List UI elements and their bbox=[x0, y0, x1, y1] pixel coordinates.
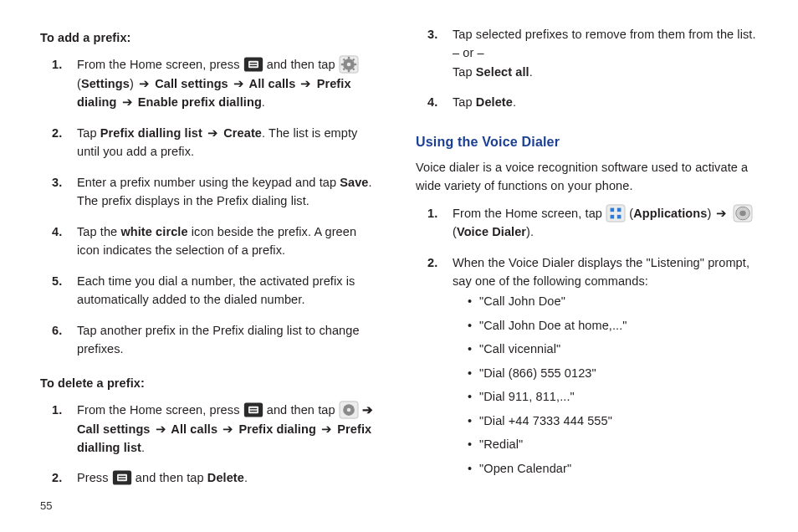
heading-add-prefix: To add a prefix: bbox=[40, 28, 382, 47]
list-item: "Dial (866) 555 0123" bbox=[468, 364, 758, 387]
bullet-text: "Call John Doe at home,..." bbox=[479, 319, 627, 332]
bold-text: Settings bbox=[81, 77, 130, 90]
svg-rect-23 bbox=[117, 474, 127, 482]
svg-rect-9 bbox=[341, 64, 344, 65]
arrow-icon: ➔ bbox=[139, 77, 150, 90]
list-item: From the Home screen, press and then tap… bbox=[65, 401, 382, 468]
bold-text: Applications bbox=[633, 207, 707, 220]
bold-text: Call settings bbox=[151, 77, 232, 90]
svg-rect-10 bbox=[354, 64, 356, 65]
page-number: 55 bbox=[40, 499, 52, 512]
bold-text: All calls bbox=[246, 77, 299, 90]
bullet-text: "Dial 911, 811,..." bbox=[479, 390, 575, 403]
gear-icon bbox=[339, 401, 359, 419]
voice-commands-list: "Call John Doe" "Call John Doe at home,.… bbox=[453, 292, 758, 483]
apps-grid-icon bbox=[606, 204, 626, 223]
bold-text: Enable prefix dialling bbox=[135, 95, 262, 109]
svg-rect-16 bbox=[248, 407, 258, 414]
step-text: and then tap bbox=[136, 471, 207, 484]
step-text: ) bbox=[707, 207, 714, 220]
svg-rect-26 bbox=[606, 205, 625, 222]
right-column: Tap selected prefixes to remove from the… bbox=[416, 25, 758, 499]
menu-key-icon bbox=[243, 55, 263, 74]
columns: To add a prefix: From the Home screen, p… bbox=[40, 25, 758, 499]
bold-text: Call settings bbox=[77, 422, 154, 436]
step-text: Tap another prefix in the Prefix dialing… bbox=[77, 324, 360, 356]
svg-point-6 bbox=[346, 63, 350, 67]
left-column: To add a prefix: From the Home screen, p… bbox=[40, 25, 382, 499]
list-item: "Call John Doe at home,..." bbox=[468, 316, 758, 340]
svg-rect-29 bbox=[611, 214, 615, 218]
step-text: . bbox=[529, 65, 533, 79]
step-text: Tap bbox=[453, 65, 476, 79]
svg-rect-28 bbox=[617, 207, 622, 212]
list-item: "Call John Doe" bbox=[468, 292, 758, 315]
heading-voice-dialer: Using the Voice Dialer bbox=[416, 132, 758, 153]
arrow-icon: ➔ bbox=[122, 95, 133, 109]
step-text: . bbox=[141, 441, 145, 454]
step-text: and then tap bbox=[267, 403, 339, 417]
step-text: When the Voice Dialer displays the "List… bbox=[453, 256, 749, 288]
step-text: Tap bbox=[453, 95, 476, 109]
bold-text: Prefix dialling list bbox=[100, 126, 206, 140]
step-text: – or – bbox=[453, 46, 484, 59]
step-text: . bbox=[513, 95, 516, 109]
bold-text: Delete bbox=[476, 95, 513, 109]
voice-dialer-steps: From the Home screen, tap (Applications)… bbox=[416, 204, 758, 495]
bold-text: white circle bbox=[120, 225, 187, 238]
bold-text: All calls bbox=[168, 422, 221, 436]
svg-rect-1 bbox=[248, 61, 258, 69]
list-item: Tap Delete. bbox=[441, 93, 758, 123]
svg-point-33 bbox=[739, 210, 745, 215]
svg-rect-24 bbox=[118, 476, 125, 477]
list-item: Press and then tap Delete. bbox=[65, 468, 382, 499]
svg-rect-27 bbox=[611, 207, 615, 212]
list-item: Enter a prefix number using the keypad a… bbox=[65, 173, 382, 223]
list-item: "Dial 911, 811,..." bbox=[468, 387, 758, 411]
bold-text: Save bbox=[340, 176, 368, 189]
svg-rect-7 bbox=[348, 57, 350, 59]
list-item: Each time you dial a number, the activat… bbox=[65, 272, 382, 321]
bold-text: ➔ bbox=[362, 403, 373, 417]
bullet-text: "Dial +44 7333 444 555" bbox=[479, 414, 612, 427]
voice-dialer-icon bbox=[733, 204, 753, 223]
step-text: and then tap bbox=[267, 58, 339, 71]
heading-delete-prefix: To delete a prefix: bbox=[40, 374, 382, 392]
list-item: Tap Prefix dialling list ➔ Create. The l… bbox=[65, 124, 382, 173]
add-prefix-steps: From the Home screen, press and then tap… bbox=[40, 55, 382, 370]
svg-rect-3 bbox=[249, 65, 257, 66]
svg-point-21 bbox=[346, 408, 350, 412]
bullet-text: "Redial" bbox=[479, 437, 523, 451]
list-item: "Redial" bbox=[468, 435, 758, 458]
list-item: "Call vicennial" bbox=[468, 340, 758, 363]
step-text: Tap selected prefixes to remove from the… bbox=[453, 28, 756, 41]
gear-icon bbox=[339, 55, 359, 74]
bullet-text: "Call vicennial" bbox=[479, 342, 560, 356]
arrow-icon: ➔ bbox=[300, 77, 311, 90]
svg-rect-30 bbox=[617, 214, 622, 218]
bold-text: Select all bbox=[476, 65, 529, 79]
bullet-text: "Dial (866) 555 0123" bbox=[479, 366, 596, 380]
step-text: Press bbox=[77, 471, 112, 484]
list-item: Tap selected prefixes to remove from the… bbox=[441, 25, 758, 93]
list-item: "Open Calendar" bbox=[468, 459, 758, 483]
menu-key-icon bbox=[243, 401, 263, 419]
delete-prefix-steps: From the Home screen, press and then tap… bbox=[40, 401, 382, 499]
arrow-icon: ➔ bbox=[223, 422, 233, 436]
svg-rect-17 bbox=[249, 408, 257, 409]
bullet-text: "Open Calendar" bbox=[479, 462, 571, 475]
svg-rect-8 bbox=[348, 70, 350, 73]
arrow-icon: ➔ bbox=[233, 77, 244, 90]
menu-key-icon bbox=[112, 468, 132, 487]
list-item: When the Voice Dialer displays the "List… bbox=[441, 253, 758, 495]
delete-prefix-steps-continued: Tap selected prefixes to remove from the… bbox=[416, 25, 758, 124]
bullet-text: "Call John Doe" bbox=[479, 294, 565, 308]
step-text: From the Home screen, press bbox=[77, 58, 243, 71]
list-item: From the Home screen, tap (Applications)… bbox=[441, 204, 758, 253]
step-text: From the Home screen, tap bbox=[453, 207, 606, 220]
arrow-icon: ➔ bbox=[207, 126, 218, 140]
svg-rect-18 bbox=[249, 411, 257, 412]
step-text: ). bbox=[526, 225, 534, 238]
step-text: Tap the bbox=[77, 225, 120, 238]
bold-text: Voice Dialer bbox=[457, 225, 526, 238]
